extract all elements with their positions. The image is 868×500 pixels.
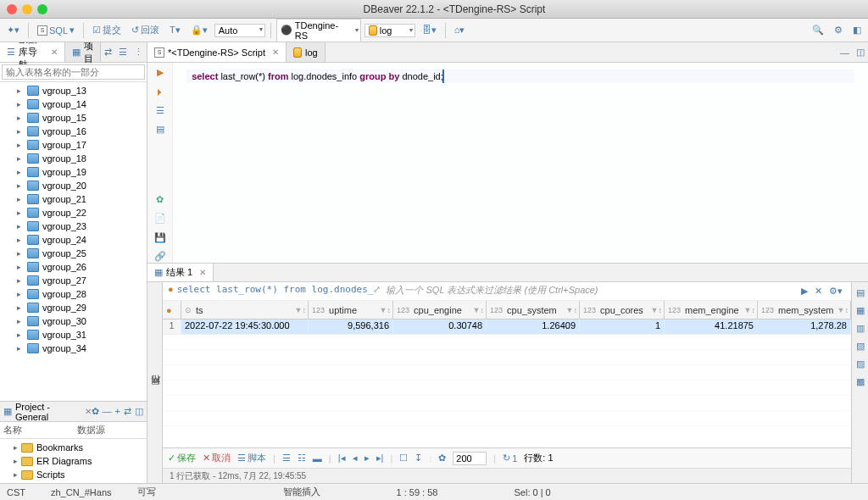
tab-db-navigator[interactable]: ☰数据库导航✕ <box>0 42 65 62</box>
col-header-mem-system[interactable]: 123mem_system▼↕ <box>758 301 851 319</box>
col-header-mem-engine[interactable]: 123mem_engine▼↕ <box>665 301 758 319</box>
col-header-cpu-cores[interactable]: 123cpu_cores▼↕ <box>580 301 665 319</box>
nav-search-input[interactable] <box>2 64 145 80</box>
table-row[interactable]: 1 2022-07-22 19:45:30.000 9,596,316 0.30… <box>163 319 851 335</box>
settings-button[interactable]: ⚙ <box>831 23 846 37</box>
schema-combo[interactable]: 🗄▾ <box>419 23 440 37</box>
dup-row-button[interactable]: ☷ <box>298 453 306 464</box>
first-page-button[interactable]: |◂ <box>338 453 346 464</box>
prev-page-button[interactable]: ◂ <box>353 453 358 464</box>
editor-minimize-button[interactable]: — <box>837 42 853 62</box>
home-button[interactable]: ⌂▾ <box>451 23 469 37</box>
link-button[interactable]: 🔗 <box>153 251 167 264</box>
col-header-cpu-engine[interactable]: 123cpu_engine▼↕ <box>393 301 487 319</box>
results-tab[interactable]: ▦结果 1✕ <box>147 264 214 281</box>
close-icon[interactable]: ✕ <box>199 268 206 277</box>
txn-mode-button[interactable]: T▾ <box>166 23 184 37</box>
nav-tree-item[interactable]: vgroup_19 <box>0 165 147 179</box>
panel-calc-button[interactable]: ▥ <box>856 323 865 334</box>
nav-link-button[interactable]: ⇄ <box>101 42 115 62</box>
project-link-button[interactable]: ⇄ <box>124 406 131 417</box>
col-header-uptime[interactable]: 123uptime▼↕ <box>309 301 393 319</box>
nav-tree-item[interactable]: vgroup_13 <box>0 84 147 97</box>
run-button[interactable]: ▶ <box>153 66 167 79</box>
filter-icon[interactable]: ▼↕ <box>473 306 484 314</box>
project-tree-item[interactable]: ▸Scripts <box>0 468 147 481</box>
run-script-button[interactable]: ⏵ <box>153 86 167 98</box>
maximize-window[interactable] <box>37 4 47 14</box>
filter-clear-button[interactable]: ✕ <box>811 284 826 298</box>
commit-button[interactable]: ☑提交 <box>89 22 125 38</box>
filter-icon[interactable]: ▼↕ <box>566 306 577 314</box>
config-button[interactable]: ✿ <box>438 453 446 464</box>
nav-tree[interactable]: vgroup_13vgroup_14vgroup_15vgroup_16vgro… <box>0 82 147 401</box>
nav-tree-item[interactable]: vgroup_28 <box>0 287 147 301</box>
new-sql-button[interactable]: SSQL▾ <box>34 23 78 37</box>
filter-icon[interactable]: ▼↕ <box>651 306 662 314</box>
plan-button[interactable]: ▤ <box>153 124 167 136</box>
col-header-ts[interactable]: ⊙ts▼↕ <box>181 301 309 319</box>
nav-tree-item[interactable]: vgroup_31 <box>0 328 147 342</box>
nav-tree-item[interactable]: vgroup_15 <box>0 111 147 125</box>
database-combo[interactable]: log <box>364 24 415 37</box>
close-icon[interactable]: ✕ <box>85 407 92 416</box>
view-grid-tab[interactable]: 网格 <box>149 388 162 395</box>
close-icon[interactable]: ✕ <box>272 47 279 57</box>
nav-tree-item[interactable]: vgroup_20 <box>0 179 147 192</box>
del-row-button[interactable]: ▬ <box>313 453 322 464</box>
export-button[interactable]: ☐ <box>399 453 408 464</box>
perspective-button[interactable]: ◧ <box>849 23 865 37</box>
editor-maximize-button[interactable]: ◫ <box>853 42 868 62</box>
connection-combo[interactable]: ⚫TDengine-RS <box>276 19 361 42</box>
project-tree-item[interactable]: ▸ER Diagrams <box>0 454 147 468</box>
nav-tree-item[interactable]: vgroup_18 <box>0 152 147 165</box>
project-tree-item[interactable]: ▸Bookmarks <box>0 441 147 454</box>
cancel-data-button[interactable]: ✕取消 <box>203 452 231 464</box>
autocommit-combo[interactable]: Auto <box>214 24 265 37</box>
format-button[interactable]: ✿ <box>153 193 167 206</box>
results-grid[interactable]: ● ⊙ts▼↕ 123uptime▼↕ 123cpu_engine▼↕ 123c… <box>163 301 851 447</box>
nav-tree-item[interactable]: vgroup_34 <box>0 342 147 355</box>
project-add-button[interactable]: + <box>115 406 120 417</box>
minimize-window[interactable] <box>22 4 32 14</box>
nav-tree-item[interactable]: vgroup_24 <box>0 233 147 247</box>
panel-ref-button[interactable]: ▨ <box>856 358 865 369</box>
nav-tree-item[interactable]: vgroup_23 <box>0 219 147 233</box>
txn-lock-button[interactable]: 🔒▾ <box>187 23 211 37</box>
search-button[interactable]: 🔍 <box>809 23 827 37</box>
panel-toggle-button[interactable]: ▤ <box>856 287 865 298</box>
filter-hint[interactable]: 输入一个 SQL 表达式来过滤结果 (使用 Ctrl+Space) <box>386 284 798 298</box>
import-button[interactable]: ↧ <box>415 453 422 464</box>
add-row-button[interactable]: ☰ <box>282 453 291 464</box>
project-view-button[interactable]: ◫ <box>135 406 143 417</box>
save-data-button[interactable]: ✓保存 <box>168 452 196 464</box>
script-button[interactable]: ☰脚本 <box>237 452 266 464</box>
editor-tab-script[interactable]: S*<TDengine-RS> Script✕ <box>147 42 287 62</box>
rollback-button[interactable]: ↺回滚 <box>128 22 163 38</box>
nav-tree-item[interactable]: vgroup_17 <box>0 138 147 152</box>
nav-tree-item[interactable]: vgroup_14 <box>0 97 147 111</box>
col-selector[interactable]: ● <box>163 301 181 319</box>
nav-tree-item[interactable]: vgroup_25 <box>0 247 147 260</box>
nav-tree-item[interactable]: vgroup_16 <box>0 125 147 138</box>
tab-project[interactable]: ▦项目 <box>65 42 101 62</box>
explain-button[interactable]: ☰ <box>153 104 167 117</box>
col-header-cpu-system[interactable]: 123cpu_system▼↕ <box>487 301 580 319</box>
last-page-button[interactable]: ▸| <box>376 453 384 464</box>
filter-icon[interactable]: ▼↕ <box>837 306 849 314</box>
panel-group-button[interactable]: ▧ <box>856 341 865 352</box>
load-button[interactable]: 📄 <box>153 213 167 225</box>
project-collapse-button[interactable]: — <box>103 406 112 417</box>
panel-chart-button[interactable]: ▦ <box>856 305 865 316</box>
nav-menu-button[interactable]: ⋮ <box>131 42 147 62</box>
filter-icon[interactable]: ▼↕ <box>380 306 391 314</box>
editor-tab-log[interactable]: log <box>287 42 326 62</box>
panel-meta-button[interactable]: ▩ <box>856 376 865 387</box>
nav-tree-item[interactable]: vgroup_26 <box>0 260 147 274</box>
close-icon[interactable]: ✕ <box>51 47 58 57</box>
nav-tree-item[interactable]: vgroup_30 <box>0 314 147 328</box>
filter-icon[interactable]: ▼↕ <box>744 306 755 314</box>
nav-tree-item[interactable]: vgroup_27 <box>0 274 147 287</box>
nav-tree-item[interactable]: vgroup_21 <box>0 192 147 206</box>
project-tree[interactable]: ▸Bookmarks▸ER Diagrams▸Scripts <box>0 439 147 483</box>
